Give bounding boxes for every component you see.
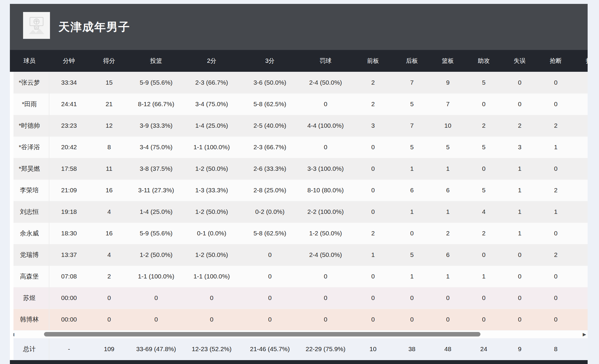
scroll-right-arrow-icon[interactable]: ▶ [583, 331, 586, 338]
horizontal-scrollbar[interactable]: ◀ ▶ [10, 331, 588, 338]
table-row[interactable]: *郑昊燃17:58113-8 (37.5%)1-2 (50.0%)2-6 (33… [10, 158, 588, 179]
total-stat-cell: 48 [430, 338, 466, 360]
total-stat-cell: 24 [466, 338, 502, 360]
stat-cell: 0 [538, 309, 574, 330]
stat-cell: 16 [89, 223, 130, 244]
stat-cell: 1 [430, 266, 466, 287]
stat-cell: 0 [430, 309, 466, 330]
stat-cell: 5-8 (62.5%) [241, 93, 299, 115]
stat-cell: 0 [502, 244, 538, 266]
stat-cell: 0 [466, 158, 502, 179]
stat-cell: 1-1 (100.0%) [183, 136, 241, 158]
table-row[interactable]: 苏煜00:0000000000000 [10, 287, 588, 309]
stat-cell [574, 136, 588, 158]
stat-cell: 0 [241, 309, 299, 330]
stat-cell: 5 [430, 136, 466, 158]
total-stat-cell: 21-46 (45.7%) [241, 338, 299, 360]
table-row[interactable]: *谷泽浴20:4283-4 (75.0%)1-1 (100.0%)2-3 (66… [10, 136, 588, 158]
table-row[interactable]: *田雨24:41218-12 (66.7%)3-4 (75.0%)5-8 (62… [10, 93, 588, 115]
stat-cell: 0 [299, 93, 352, 115]
table-row[interactable]: *张云梦33:34155-9 (55.6%)2-3 (66.7%)3-6 (50… [10, 72, 588, 93]
stat-cell: 8 [89, 136, 130, 158]
stat-cell: 21:09 [49, 179, 89, 201]
stat-cell: 2 [352, 72, 394, 93]
stat-cell: 0 [299, 136, 352, 158]
stat-cell: 1 [394, 158, 430, 179]
stat-cell: 24:41 [49, 93, 89, 115]
stat-cell: 7 [430, 93, 466, 115]
stat-cell: 0 [130, 287, 183, 309]
table-row[interactable]: 余永威18:30165-9 (55.6%)0-1 (0.0%)5-8 (62.5… [10, 223, 588, 244]
stat-cell: 8-12 (66.7%) [130, 93, 183, 115]
scrollbar-thumb[interactable] [44, 332, 480, 336]
player-name-cell: 李荣培 [10, 179, 49, 201]
stat-cell: 1 [538, 201, 574, 223]
totals-viewport: 总计-10933-69 (47.8%)12-23 (52.2%)21-46 (4… [10, 338, 588, 360]
stat-cell: 3-6 (50.0%) [241, 72, 299, 93]
table-row[interactable]: 高森堡07:0821-1 (100.0%)1-1 (100.0%)0001110… [10, 266, 588, 287]
stat-cell: 0 [502, 287, 538, 309]
column-header-10: 篮板 [430, 50, 466, 72]
total-stat-cell: 38 [394, 338, 430, 360]
stat-cell: 1 [502, 223, 538, 244]
column-header-13: 抢断 [538, 50, 574, 72]
stat-cell: 1 [430, 201, 466, 223]
table-header-row: 球员分钟得分投篮2分3分罚球前板后板篮板助攻失误抢断扣篮 [10, 50, 588, 72]
table-row[interactable]: *时德帅23:23123-9 (33.3%)1-4 (25.0%)2-5 (40… [10, 115, 588, 136]
stat-cell: 1 [466, 266, 502, 287]
stat-cell: 3-3 (100.0%) [299, 158, 352, 179]
stat-cell [574, 287, 588, 309]
stat-cell: 2-2 (100.0%) [299, 201, 352, 223]
stat-cell: 6 [394, 179, 430, 201]
stat-cell: 0 [241, 287, 299, 309]
stat-cell: 1-4 (25.0%) [183, 115, 241, 136]
total-stat-cell: 33-69 (47.8%) [130, 338, 183, 360]
stat-cell: 0 [538, 266, 574, 287]
player-name-cell: 刘志恒 [10, 201, 49, 223]
stat-cell: 00:00 [49, 309, 89, 330]
stat-cell: 0 [89, 309, 130, 330]
stat-cell: 2 [466, 115, 502, 136]
stat-cell [574, 93, 588, 115]
basketball-hoop-placeholder-icon [28, 15, 45, 36]
table-row[interactable]: 李荣培21:09163-11 (27.3%)1-3 (33.3%)2-8 (25… [10, 179, 588, 201]
stat-cell: 7 [394, 72, 430, 93]
stat-cell: 21 [89, 93, 130, 115]
stat-cell [574, 201, 588, 223]
stat-cell: 2 [538, 179, 574, 201]
table-row[interactable]: 刘志恒19:1841-4 (25.0%)1-2 (50.0%)0-2 (0.0%… [10, 201, 588, 223]
stat-cell: 0 [352, 136, 394, 158]
stat-cell: 0 [352, 287, 394, 309]
stat-cell: 0 [183, 287, 241, 309]
table-row[interactable]: 党瑞博13:3741-2 (50.0%)1-2 (50.0%)02-4 (50.… [10, 244, 588, 266]
stats-table: 球员分钟得分投篮2分3分罚球前板后板篮板助攻失误抢断扣篮 *张云梦33:3415… [10, 50, 588, 331]
player-name-cell: *田雨 [10, 93, 49, 115]
stat-cell [574, 72, 588, 93]
stat-cell: 4 [89, 244, 130, 266]
stat-cell: 5 [466, 72, 502, 93]
column-header-5: 2分 [183, 50, 241, 72]
stat-cell: 0 [538, 158, 574, 179]
stat-cell: 4 [466, 201, 502, 223]
stat-cell: 5 [394, 93, 430, 115]
team-stats-card: 天津成年男子 球员分钟得分投篮2分3分罚球前板后板篮板助攻失误抢断扣篮 *张云梦… [10, 4, 588, 364]
stat-cell: 3-4 (75.0%) [130, 136, 183, 158]
stat-cell: 0-2 (0.0%) [241, 201, 299, 223]
table-row[interactable]: 韩博林00:0000000000000 [10, 309, 588, 330]
stat-cell: 0 [352, 158, 394, 179]
stat-cell: 1 [502, 201, 538, 223]
stat-cell: 2-4 (50.0%) [299, 72, 352, 93]
stat-cell: 0 [466, 244, 502, 266]
stat-cell: 12 [89, 115, 130, 136]
page: { "page": { "background_color": "#edf1f7… [0, 0, 599, 364]
stat-cell: 1 [502, 158, 538, 179]
stat-cell: 1 [430, 158, 466, 179]
stat-cell: 6 [430, 179, 466, 201]
stat-cell: 2 [89, 266, 130, 287]
stat-cell: 07:08 [49, 266, 89, 287]
total-stat-cell: 9 [502, 338, 538, 360]
stat-cell: 15 [89, 72, 130, 93]
stat-cell: 2-8 (25.0%) [241, 179, 299, 201]
stat-cell: 2 [502, 115, 538, 136]
stat-cell: 00:00 [49, 287, 89, 309]
